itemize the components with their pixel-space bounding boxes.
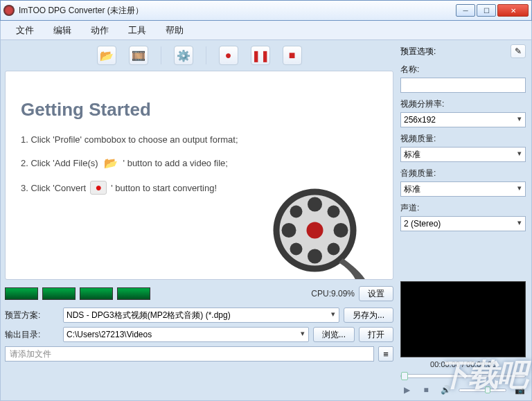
window-title: ImTOO DPG Converter (未注册） (19, 5, 456, 17)
folder-icon: 📂 (103, 156, 119, 170)
profile-combobox[interactable] (63, 308, 339, 323)
instruction-2-text-b: ' button to add a video file; (123, 158, 228, 168)
film-reel-illustration (268, 184, 372, 280)
preview-player[interactable] (400, 281, 526, 357)
menu-file[interactable]: 文件 (6, 21, 44, 39)
camera-icon: 📷 (515, 385, 525, 395)
content-area: Getting Started 1. Click 'Profile' combo… (5, 71, 393, 280)
app-icon (3, 5, 15, 16)
svg-point-4 (308, 249, 322, 264)
svg-point-5 (282, 223, 296, 238)
toolbar-separator (206, 46, 206, 64)
svg-point-3 (308, 197, 322, 212)
svg-point-2 (307, 222, 323, 239)
name-input[interactable] (400, 78, 526, 93)
menu-help[interactable]: 帮助 (156, 21, 193, 39)
cpu-label: CPU:9.09% (311, 289, 355, 298)
player-controls: ▶ ■ 🔊 📷 (400, 384, 526, 396)
audio-quality-combobox[interactable] (400, 181, 526, 197)
addfile-placeholder: 请添加文件 (10, 348, 51, 360)
name-field: 名称: (400, 64, 526, 93)
stop-button[interactable]: ■ (283, 46, 302, 65)
resolution-label: 视频分辨率: (400, 98, 526, 110)
pencil-icon: ✎ (515, 46, 522, 56)
right-panel: 预置选项: ✎ 名称: 视频分辨率: 视频质量: 音频质量: 声道: 00:00… (398, 40, 531, 400)
open-folder-button[interactable]: 📂 (97, 46, 116, 65)
instruction-1: 1. Click 'Profile' combobox to choose an… (21, 134, 382, 145)
list-view-button[interactable]: ≡ (378, 346, 393, 362)
addfile-field[interactable]: 请添加文件 (5, 346, 374, 362)
svg-point-8 (328, 206, 340, 218)
video-quality-label: 视频质量: (400, 133, 526, 145)
video-quality-field: 视频质量: (400, 133, 526, 162)
cpu-bar-3 (80, 287, 113, 300)
menu-action[interactable]: 动作 (81, 21, 118, 39)
play-icon: ▶ (404, 385, 410, 395)
addfile-row: 请添加文件 ≡ (5, 346, 393, 362)
channel-combobox[interactable] (400, 216, 526, 231)
snapshot-button[interactable]: 📷 (513, 384, 526, 396)
browse-button[interactable]: 浏览... (313, 327, 355, 342)
instruction-2-text-a: 2. Click 'Add File(s) (21, 158, 98, 168)
instruction-1-text: 1. Click 'Profile' combobox to choose an… (21, 134, 238, 145)
settings-button[interactable]: ⚙️ (174, 46, 193, 65)
preset-header: 预置选项: ✎ (400, 44, 526, 58)
volume-slider[interactable] (459, 389, 506, 392)
cpu-bar-2 (42, 287, 76, 300)
speaker-icon: 🔊 (441, 385, 451, 395)
left-panel: 📂 🎞️ ⚙️ ● ❚❚ ■ Getting Started 1. Click … (1, 40, 398, 400)
preset-label: 预置选项: (400, 46, 436, 57)
svg-point-10 (328, 243, 340, 256)
channel-label: 声道: (400, 202, 526, 214)
volume-button[interactable]: 🔊 (439, 384, 452, 396)
menubar: 文件 编辑 动作 工具 帮助 (0, 21, 532, 40)
video-quality-combobox[interactable] (400, 147, 526, 162)
toolbar-separator (161, 46, 161, 64)
audio-quality-field: 音频质量: (400, 168, 526, 197)
output-path-combobox[interactable] (63, 327, 309, 342)
stop-icon: ■ (289, 49, 296, 62)
menu-tools[interactable]: 工具 (118, 21, 156, 39)
minimize-button[interactable]: ─ (456, 4, 475, 17)
add-file-button[interactable]: 🎞️ (129, 46, 148, 65)
menu-edit[interactable]: 编辑 (44, 21, 81, 39)
gear-plus-icon: ⚙️ (177, 49, 190, 62)
cpu-bar-4 (117, 287, 150, 300)
getting-started-heading: Getting Started (21, 99, 382, 121)
record-button[interactable]: ● (219, 46, 238, 65)
svg-point-6 (334, 223, 348, 238)
volume-thumb[interactable] (485, 386, 490, 393)
output-row: 输出目录: 浏览... 打开 (5, 327, 393, 342)
list-lines-icon: ≡ (383, 349, 389, 359)
titlebar: ImTOO DPG Converter (未注册） ─ ☐ ✕ (0, 0, 532, 21)
cpu-bar-1 (5, 287, 38, 300)
svg-point-9 (290, 243, 303, 256)
player-stop-button[interactable]: ■ (420, 384, 432, 396)
play-button[interactable]: ▶ (400, 384, 413, 396)
progress-row: CPU:9.09% 设置 (5, 284, 393, 303)
seek-thumb[interactable] (401, 372, 408, 380)
pause-button[interactable]: ❚❚ (251, 46, 270, 65)
maximize-button[interactable]: ☐ (477, 4, 496, 17)
record-icon: ● (90, 181, 107, 195)
toolbar: 📂 🎞️ ⚙️ ● ❚❚ ■ (5, 43, 393, 68)
instruction-3-text-b: ' button to start converting! (111, 183, 217, 193)
open-folder-icon: 📂 (100, 49, 114, 62)
resolution-combobox[interactable] (400, 112, 526, 127)
output-label: 输出目录: (5, 329, 59, 341)
resolution-field: 视频分辨率: (400, 98, 526, 127)
seek-slider[interactable] (400, 374, 526, 378)
profile-save-as-button[interactable]: 另存为... (344, 308, 393, 323)
instruction-2: 2. Click 'Add File(s) 📂 ' button to add … (21, 156, 382, 170)
pause-icon: ❚❚ (251, 49, 269, 62)
close-button[interactable]: ✕ (497, 4, 529, 17)
name-label: 名称: (400, 64, 526, 75)
stop-icon: ■ (423, 385, 428, 395)
audio-quality-label: 音频质量: (400, 168, 526, 179)
edit-preset-button[interactable]: ✎ (511, 44, 526, 58)
profile-row: 预置方案: 另存为... (5, 308, 393, 323)
cpu-settings-button[interactable]: 设置 (359, 286, 393, 301)
channel-field: 声道: (400, 202, 526, 231)
open-output-button[interactable]: 打开 (359, 327, 393, 342)
time-display: 00:00:00 / 00:00:00 (400, 360, 526, 368)
